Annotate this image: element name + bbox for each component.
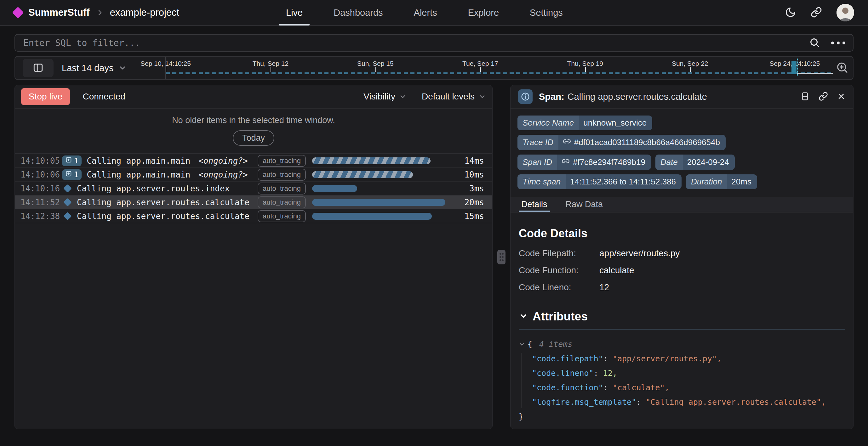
detail-tabs: Details Raw Data bbox=[510, 197, 853, 213]
timeline-zoom-button[interactable] bbox=[836, 61, 848, 75]
project-name[interactable]: example-project bbox=[110, 7, 180, 18]
sql-filter-bar bbox=[14, 34, 854, 52]
sql-filter-input[interactable] bbox=[14, 34, 854, 52]
expand-count-badge[interactable]: 1 bbox=[62, 156, 82, 166]
timeline-tick-label: Sun, Sep 22 bbox=[672, 60, 708, 67]
timeline-end-line bbox=[797, 73, 833, 74]
json-root-line[interactable]: { 4 items bbox=[519, 337, 845, 352]
span-duration: 15ms bbox=[454, 212, 484, 221]
time-range-dropdown[interactable]: Last 14 days bbox=[62, 63, 127, 73]
span-id-badge[interactable]: Span ID #f7c8e294f7489b19 bbox=[518, 155, 651, 170]
timeline-tick bbox=[585, 67, 586, 72]
service-name-badge: Service Name unknown_service bbox=[518, 116, 652, 130]
list-item[interactable]: 14:10:06 1 Calling app.main.main <ongoin… bbox=[15, 168, 492, 182]
span-suffix: <ongoing?> bbox=[198, 156, 248, 165]
child-count: 1 bbox=[74, 156, 79, 165]
span-message: Calling app.main.main bbox=[87, 156, 190, 165]
zoom-in-icon bbox=[836, 61, 848, 75]
default-levels-dropdown[interactable]: Default levels bbox=[422, 92, 486, 102]
tab-settings[interactable]: Settings bbox=[519, 0, 574, 26]
panel-split-icon bbox=[800, 92, 810, 102]
panel-layout-button[interactable] bbox=[800, 92, 810, 102]
row-timestamp: 14:10:05 bbox=[21, 156, 62, 165]
chevron-down-icon bbox=[519, 311, 528, 322]
timeline-tick-label: Tue, Sep 17 bbox=[462, 60, 498, 67]
list-item[interactable]: 14:10:05 1 Calling app.main.main <ongoin… bbox=[15, 154, 492, 168]
link-icon bbox=[818, 92, 828, 102]
span-title-text: Calling app.server.routes.calculate bbox=[567, 92, 707, 102]
tab-dashboards[interactable]: Dashboards bbox=[323, 0, 393, 26]
attributes-json-viewer: { 4 items "code.filepath": "app/server/r… bbox=[519, 337, 845, 424]
collapse-caret-icon[interactable] bbox=[519, 341, 525, 348]
sidebar-toggle-button[interactable] bbox=[23, 59, 54, 77]
json-entry: "code.filepath": "app/server/routes.py", bbox=[532, 352, 845, 366]
brand-diamond-icon[interactable] bbox=[12, 7, 24, 19]
chevron-down-icon bbox=[118, 64, 127, 72]
list-item[interactable]: 14:10:16 Calling app.server.routes.index… bbox=[15, 182, 492, 195]
timeline-tick-label: Sun, Sep 15 bbox=[357, 60, 394, 67]
span-detail-panel: Span:Calling app.server.routes.calculate bbox=[510, 85, 854, 429]
grip-handle[interactable] bbox=[497, 250, 505, 264]
share-link-button[interactable] bbox=[811, 7, 822, 19]
json-close-brace: } bbox=[519, 410, 845, 424]
tab-live[interactable]: Live bbox=[275, 0, 313, 26]
child-count: 1 bbox=[74, 170, 79, 179]
timeline-dashed-line bbox=[166, 72, 833, 74]
today-button[interactable]: Today bbox=[233, 130, 274, 146]
close-panel-button[interactable] bbox=[837, 92, 846, 102]
connection-status: Connected bbox=[83, 92, 125, 102]
code-function-value: calculate bbox=[599, 265, 845, 276]
expand-count-badge[interactable]: 1 bbox=[62, 169, 82, 180]
tab-details[interactable]: Details bbox=[519, 197, 550, 212]
span-bar bbox=[312, 157, 431, 164]
span-bar-track bbox=[312, 199, 448, 206]
duration-badge: Duration 20ms bbox=[686, 174, 757, 189]
timeline-bar: Last 14 days Sep 10, 14:10:25 Thu, Sep 1… bbox=[14, 56, 854, 80]
row-timestamp: 14:11:52 bbox=[21, 198, 62, 207]
span-meta-badges: Service Name unknown_service Trace ID #d… bbox=[510, 108, 853, 192]
timeline-tick-label: Thu, Sep 19 bbox=[567, 60, 603, 67]
timeline-tick-label: Thu, Sep 12 bbox=[253, 60, 288, 67]
timeline-track[interactable]: Sep 10, 14:10:25 Thu, Sep 12 Sun, Sep 15… bbox=[166, 57, 833, 79]
json-entry: "code.lineno": 12, bbox=[532, 366, 845, 381]
tag-badge: auto_tracing bbox=[258, 196, 306, 209]
span-duration: 3ms bbox=[454, 184, 484, 193]
attributes-section-toggle[interactable]: Attributes bbox=[519, 310, 845, 323]
span-message: Calling app.main.main bbox=[87, 170, 190, 180]
list-item[interactable]: 14:12:38 Calling app.server.routes.calcu… bbox=[15, 209, 492, 223]
timeline-cursor bbox=[797, 59, 798, 75]
json-entry: "code.function": "calculate", bbox=[532, 381, 845, 395]
span-bar bbox=[312, 185, 357, 192]
tab-raw-data[interactable]: Raw Data bbox=[563, 197, 606, 212]
search-button[interactable] bbox=[809, 37, 820, 49]
stop-live-button[interactable]: Stop live bbox=[21, 88, 70, 105]
panel-splitter bbox=[493, 85, 510, 429]
brand-name[interactable]: SummerStuff bbox=[28, 7, 90, 18]
code-details-heading: Code Details bbox=[519, 227, 845, 240]
trace-id-badge[interactable]: Trace ID #df01acad0311189c8b66a466d96965… bbox=[518, 135, 726, 150]
span-bar bbox=[312, 213, 432, 220]
tab-explore[interactable]: Explore bbox=[457, 0, 509, 26]
chevron-down-icon bbox=[478, 93, 486, 100]
plus-square-icon bbox=[65, 156, 72, 165]
visibility-dropdown[interactable]: Visibility bbox=[364, 92, 407, 102]
dark-mode-toggle[interactable] bbox=[785, 7, 796, 19]
span-duration: 10ms bbox=[454, 170, 484, 180]
moon-icon bbox=[785, 7, 796, 19]
timeline-tick bbox=[375, 67, 376, 72]
avatar[interactable] bbox=[837, 4, 854, 22]
tag-badge: auto_tracing bbox=[258, 183, 306, 194]
code-filepath-label: Code Filepath: bbox=[519, 248, 599, 258]
row-timestamp: 14:10:16 bbox=[21, 184, 62, 193]
list-item-selected[interactable]: 14:11:52 Calling app.server.routes.calcu… bbox=[15, 195, 492, 209]
breadcrumb-chevron-icon bbox=[96, 9, 104, 17]
row-timestamp: 14:12:38 bbox=[21, 212, 62, 221]
filter-more-button[interactable] bbox=[831, 41, 845, 44]
plus-square-icon bbox=[65, 170, 72, 179]
info-circle-icon bbox=[518, 89, 533, 104]
span-bar bbox=[312, 171, 413, 178]
tag-badge: auto_tracing bbox=[258, 155, 306, 167]
copy-link-button[interactable] bbox=[818, 92, 828, 102]
tag-badge: auto_tracing bbox=[258, 169, 306, 181]
tab-alerts[interactable]: Alerts bbox=[403, 0, 448, 26]
